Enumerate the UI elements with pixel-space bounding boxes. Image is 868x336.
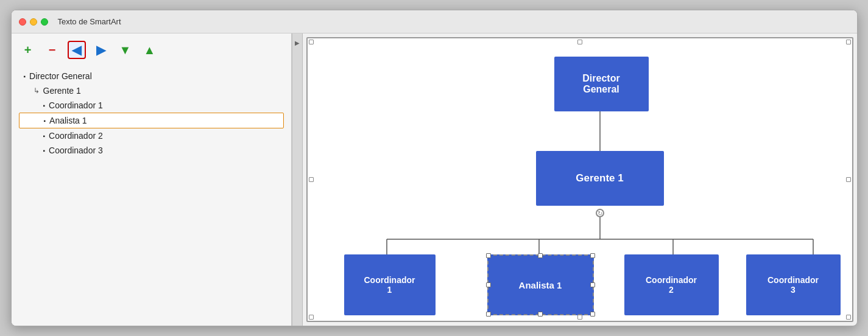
list-item[interactable]: ▪ Coordinador 2 [19,128,284,143]
bullet-icon: ▪ [43,133,46,139]
add-button[interactable]: + [19,41,37,59]
node-gerente-1[interactable]: Gerente 1 [536,151,664,206]
bullet-icon: ▪ [44,117,46,124]
traffic-lights [19,18,48,26]
left-panel: + − ◀ ▶ ▼ ▲ ▪ Director General ↳ Gerente… [12,33,292,326]
canvas-handle-mid-left[interactable] [309,177,314,182]
node-coordinador-2[interactable]: Coordinador2 [624,254,719,315]
node-coordinador-3[interactable]: Coordinador3 [746,254,841,315]
node-label: Gerente 1 [576,172,623,184]
canvas-handle-top-right[interactable] [846,40,851,44]
list-item[interactable]: ▪ Coordinador 1 [19,98,284,113]
node-coordinador-1[interactable]: Coordinador1 [344,254,436,315]
move-up-button[interactable]: ▲ [141,41,159,59]
canvas-handle-top-mid[interactable] [577,40,582,44]
window-title: Texto de SmartArt [58,17,121,26]
title-bar: Texto de SmartArt [12,10,857,33]
rotate-handle[interactable]: ↻ [596,209,604,217]
divider-arrow-icon: ▶ [295,40,300,46]
canvas-handle-bot-mid[interactable] [577,315,582,320]
child-arrow-icon: ↳ [34,86,40,95]
node-analista-1[interactable]: Analista 1 [487,254,594,315]
list-item[interactable]: ↳ Gerente 1 [19,83,284,98]
list-item-label: Coordinador 2 [49,131,103,141]
list-item-label: Analista 1 [49,116,86,125]
minimize-button[interactable] [30,18,37,26]
list-item[interactable]: ▪ Coordinador 3 [19,143,284,158]
node-label: Coordinador3 [767,275,819,295]
move-down-button[interactable]: ▼ [116,41,135,59]
node-label: DirectorGeneral [582,73,619,95]
node-label: Coordinador2 [646,275,697,295]
bullet-icon: ▪ [43,147,46,154]
list-item[interactable]: ▪ Director General [19,69,284,83]
bullet-icon: ▪ [43,102,46,109]
bullet-icon: ▪ [24,73,26,80]
canvas-area: DirectorGeneral Gerente 1 ↻ Coordinador1… [308,38,852,321]
node-director-general[interactable]: DirectorGeneral [554,57,649,111]
panel-divider[interactable]: ▶ [292,33,303,326]
list-item-label: Gerente 1 [43,86,81,96]
close-button[interactable] [19,18,26,26]
text-list: ▪ Director General ↳ Gerente 1 ▪ Coordin… [19,69,284,158]
list-item-label: Coordinador 1 [49,100,103,110]
app-window: Texto de SmartArt + − ◀ ▶ ▼ ▲ ▪ Director… [11,10,858,326]
maximize-button[interactable] [41,18,48,26]
remove-button[interactable]: − [43,41,62,59]
canvas-handle-mid-right[interactable] [846,177,851,182]
node-label: Coordinador1 [364,275,415,295]
toolbar: + − ◀ ▶ ▼ ▲ [19,41,284,59]
canvas-handle-top-left[interactable] [309,40,314,44]
main-content: + − ◀ ▶ ▼ ▲ ▪ Director General ↳ Gerente… [12,33,857,326]
promote-button[interactable]: ◀ [68,41,86,59]
canvas-handle-bot-right[interactable] [846,315,851,320]
list-item-label: Coordinador 3 [49,145,103,155]
canvas-panel[interactable]: DirectorGeneral Gerente 1 ↻ Coordinador1… [306,37,853,322]
list-item-active[interactable]: ▪ Analista 1 [19,113,284,128]
list-item-label: Director General [29,71,92,81]
demote-button[interactable]: ▶ [92,41,110,59]
canvas-handle-bot-left[interactable] [309,315,314,320]
node-label: Analista 1 [519,280,562,290]
